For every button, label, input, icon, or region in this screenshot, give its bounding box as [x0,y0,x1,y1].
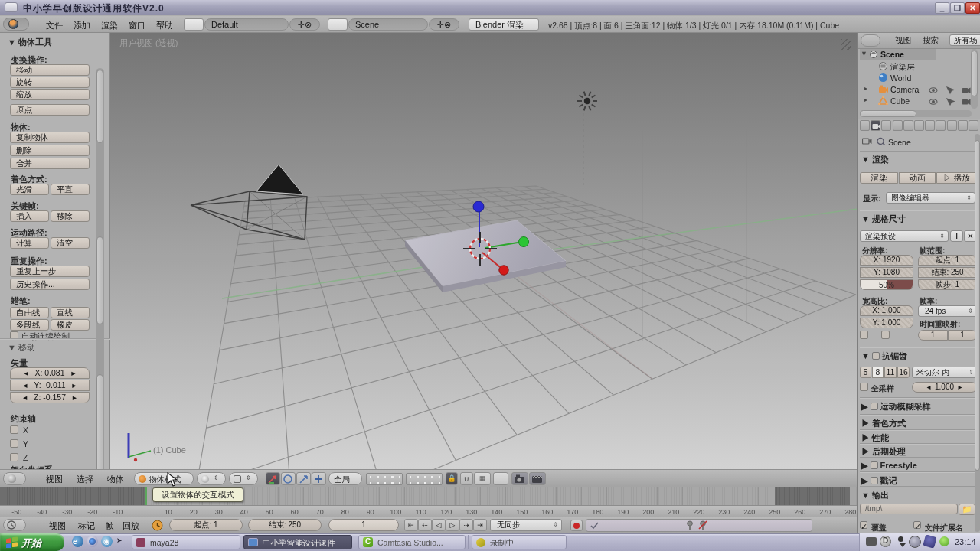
svg-text:(1) Cube: (1) Cube [153,445,186,455]
